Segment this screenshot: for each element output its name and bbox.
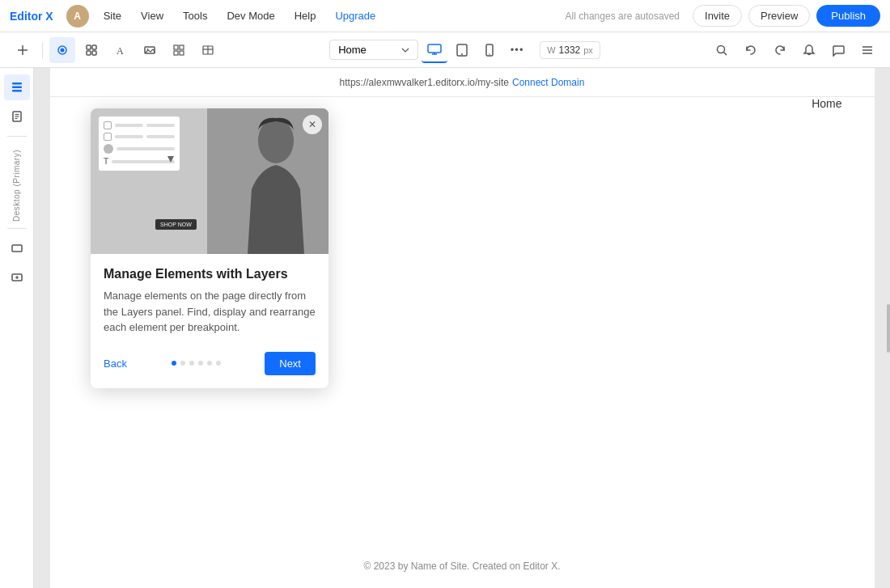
mockup-avatar-row bbox=[104, 144, 175, 154]
next-button[interactable]: Next bbox=[265, 352, 316, 375]
nav-site[interactable]: Site bbox=[95, 6, 129, 25]
app-logo: Editor X bbox=[10, 10, 53, 23]
svg-rect-37 bbox=[12, 245, 22, 252]
svg-rect-4 bbox=[87, 45, 91, 49]
canvas-footer-text: © 2023 by Name of Site. Created on Edito… bbox=[50, 561, 875, 572]
svg-rect-13 bbox=[174, 51, 178, 55]
mockup-line-1 bbox=[115, 124, 143, 127]
pages-panel-icon[interactable] bbox=[4, 104, 30, 129]
search-icon[interactable] bbox=[709, 37, 735, 63]
tooltip-title: Manage Elements with Layers bbox=[104, 267, 316, 281]
dot-5 bbox=[207, 361, 212, 366]
mockup-shop-button: SHOP NOW bbox=[155, 219, 197, 230]
mockup-avatar bbox=[104, 144, 113, 154]
back-button[interactable]: Back bbox=[104, 357, 127, 370]
toolbar-center: Home ••• W 1332 px bbox=[224, 37, 706, 63]
tooltip-close-button[interactable]: ✕ bbox=[303, 115, 322, 134]
svg-point-3 bbox=[61, 48, 65, 52]
layers-icon[interactable] bbox=[49, 37, 75, 63]
svg-rect-32 bbox=[12, 90, 22, 92]
desktop-label: Desktop (Primary) bbox=[12, 150, 21, 222]
grid-icon[interactable] bbox=[166, 37, 192, 63]
add-element-icon[interactable] bbox=[10, 37, 36, 63]
add-breakpoint-icon[interactable] bbox=[4, 264, 30, 290]
svg-point-22 bbox=[461, 53, 463, 55]
tooltip-description: Manage elements on the page directly fro… bbox=[104, 288, 316, 336]
svg-rect-12 bbox=[180, 45, 184, 49]
dot-6 bbox=[216, 361, 221, 366]
nav-tools[interactable]: Tools bbox=[175, 6, 215, 25]
dot-2 bbox=[180, 361, 185, 366]
dot-3 bbox=[189, 361, 194, 366]
notification-icon[interactable] bbox=[796, 37, 822, 63]
main-area: Desktop (Primary) https://alexmwvalker1.… bbox=[0, 68, 890, 588]
mockup-checkbox-1 bbox=[104, 121, 112, 129]
autosave-status: All changes are autosaved bbox=[566, 11, 680, 22]
mockup-row-1 bbox=[104, 121, 175, 129]
breakpoint-icon[interactable] bbox=[4, 235, 30, 261]
svg-rect-14 bbox=[180, 51, 184, 55]
canvas-area: https://alexmwvalker1.editorx.io/my-site… bbox=[34, 68, 890, 588]
sidebar-divider-2 bbox=[7, 228, 27, 229]
settings-icon[interactable] bbox=[854, 37, 880, 63]
mockup-line-5 bbox=[117, 147, 175, 150]
url-bar: https://alexmwvalker1.editorx.io/my-site… bbox=[50, 68, 875, 97]
svg-rect-31 bbox=[12, 87, 22, 89]
tablet-device-button[interactable] bbox=[449, 37, 475, 63]
undo-icon[interactable] bbox=[738, 37, 764, 63]
mockup-line-4 bbox=[146, 135, 175, 138]
url-text: https://alexmwvalker1.editorx.io/my-site bbox=[340, 77, 509, 88]
mockup-line-2 bbox=[146, 124, 175, 127]
svg-rect-18 bbox=[428, 44, 441, 53]
top-navbar: Editor X A Site View Tools Dev Mode Help… bbox=[0, 0, 890, 32]
more-devices-button[interactable]: ••• bbox=[504, 37, 530, 63]
canvas-nav-home: Home bbox=[812, 97, 841, 110]
tooltip-image: T SHOP NOW bbox=[91, 108, 328, 254]
media-icon[interactable] bbox=[137, 37, 163, 63]
nav-devmode[interactable]: Dev Mode bbox=[218, 6, 282, 25]
page-name: Home bbox=[338, 44, 367, 56]
nav-upgrade[interactable]: Upgrade bbox=[327, 6, 384, 25]
comments-icon[interactable] bbox=[825, 37, 851, 63]
table-icon[interactable] bbox=[195, 37, 221, 63]
sidebar-divider bbox=[7, 136, 27, 137]
svg-rect-6 bbox=[87, 51, 91, 55]
pagination-dots bbox=[172, 361, 221, 366]
left-sidebar: Desktop (Primary) bbox=[0, 68, 34, 588]
mockup-t-letter: T bbox=[104, 157, 108, 166]
mockup-text-row: T bbox=[104, 157, 175, 166]
mockup-line-3 bbox=[115, 135, 143, 138]
redo-icon[interactable] bbox=[767, 37, 793, 63]
components-icon[interactable] bbox=[78, 37, 104, 63]
svg-point-25 bbox=[718, 45, 725, 53]
user-avatar[interactable]: A bbox=[66, 5, 89, 27]
connect-domain-link[interactable]: Connect Domain bbox=[512, 77, 584, 88]
text-icon[interactable]: A bbox=[108, 37, 134, 63]
right-scroll-indicator[interactable] bbox=[887, 304, 890, 353]
top-nav: Site View Tools Dev Mode Help Upgrade bbox=[95, 6, 553, 25]
page-selector[interactable]: Home bbox=[329, 40, 418, 60]
device-buttons: ••• bbox=[422, 37, 530, 63]
preview-button[interactable]: Preview bbox=[748, 5, 810, 27]
mockup-checkbox-2 bbox=[104, 133, 112, 141]
layers-panel-icon[interactable] bbox=[4, 74, 30, 100]
tooltip-card: ✕ bbox=[91, 108, 328, 388]
publish-button[interactable]: Publish bbox=[816, 5, 880, 27]
dot-4 bbox=[198, 361, 203, 366]
svg-point-24 bbox=[489, 53, 490, 55]
invite-button[interactable]: Invite bbox=[693, 5, 742, 27]
nav-help[interactable]: Help bbox=[286, 6, 324, 25]
svg-rect-11 bbox=[174, 45, 178, 49]
svg-rect-30 bbox=[12, 82, 22, 85]
toolbar-separator-1 bbox=[42, 42, 43, 58]
nav-view[interactable]: View bbox=[133, 6, 172, 25]
editor-toolbar: A Home ••• W 1332 px bbox=[0, 32, 890, 68]
mockup-line-6 bbox=[112, 160, 175, 163]
svg-point-42 bbox=[258, 118, 294, 163]
dot-1 bbox=[172, 361, 176, 366]
mobile-device-button[interactable] bbox=[477, 37, 502, 63]
svg-rect-7 bbox=[92, 51, 96, 55]
desktop-device-button[interactable] bbox=[422, 37, 447, 63]
toolbar-right-actions bbox=[709, 37, 880, 63]
mockup-layers-panel: T bbox=[99, 116, 180, 171]
